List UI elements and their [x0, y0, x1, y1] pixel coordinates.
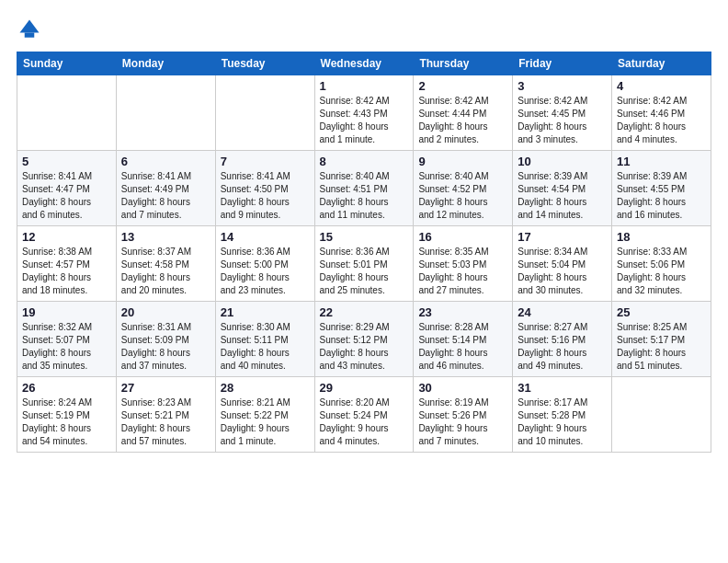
table-row: 11Sunrise: 8:39 AM Sunset: 4:55 PM Dayli…	[612, 151, 711, 226]
day-number: 10	[518, 155, 607, 168]
table-row: 29Sunrise: 8:20 AM Sunset: 5:24 PM Dayli…	[314, 377, 414, 453]
day-info: Sunrise: 8:20 AM Sunset: 5:24 PM Dayligh…	[320, 396, 409, 448]
day-info: Sunrise: 8:29 AM Sunset: 5:12 PM Dayligh…	[320, 321, 409, 373]
calendar-header-row: Sunday Monday Tuesday Wednesday Thursday…	[17, 52, 711, 75]
day-info: Sunrise: 8:41 AM Sunset: 4:47 PM Dayligh…	[22, 170, 111, 222]
col-thursday: Thursday	[414, 52, 513, 75]
day-info: Sunrise: 8:40 AM Sunset: 4:51 PM Dayligh…	[320, 170, 409, 222]
day-number: 20	[121, 305, 210, 319]
day-number: 1	[320, 79, 409, 93]
table-row: 22Sunrise: 8:29 AM Sunset: 5:12 PM Dayli…	[314, 302, 414, 377]
day-number: 18	[617, 230, 706, 244]
day-info: Sunrise: 8:32 AM Sunset: 5:07 PM Dayligh…	[22, 321, 111, 373]
table-row: 16Sunrise: 8:35 AM Sunset: 5:03 PM Dayli…	[414, 226, 513, 302]
table-row: 28Sunrise: 8:21 AM Sunset: 5:22 PM Dayli…	[215, 377, 314, 453]
table-row: 15Sunrise: 8:36 AM Sunset: 5:01 PM Dayli…	[314, 226, 414, 302]
day-info: Sunrise: 8:37 AM Sunset: 4:58 PM Dayligh…	[121, 246, 210, 297]
day-info: Sunrise: 8:42 AM Sunset: 4:44 PM Dayligh…	[418, 95, 507, 146]
table-row: 23Sunrise: 8:28 AM Sunset: 5:14 PM Dayli…	[414, 302, 513, 377]
day-info: Sunrise: 8:41 AM Sunset: 4:50 PM Dayligh…	[221, 170, 310, 222]
day-info: Sunrise: 8:17 AM Sunset: 5:28 PM Dayligh…	[518, 396, 607, 448]
table-row: 14Sunrise: 8:36 AM Sunset: 5:00 PM Dayli…	[215, 226, 314, 302]
table-row	[116, 75, 215, 151]
col-monday: Monday	[116, 52, 215, 75]
table-row: 5Sunrise: 8:41 AM Sunset: 4:47 PM Daylig…	[17, 151, 117, 226]
table-row: 31Sunrise: 8:17 AM Sunset: 5:28 PM Dayli…	[513, 377, 612, 453]
header	[17, 17, 711, 42]
day-number: 23	[418, 305, 507, 319]
day-number: 15	[320, 230, 409, 244]
table-row: 6Sunrise: 8:41 AM Sunset: 4:49 PM Daylig…	[116, 151, 215, 226]
day-info: Sunrise: 8:38 AM Sunset: 4:57 PM Dayligh…	[22, 246, 111, 297]
day-info: Sunrise: 8:36 AM Sunset: 5:00 PM Dayligh…	[221, 246, 310, 297]
day-number: 19	[22, 305, 111, 319]
day-info: Sunrise: 8:39 AM Sunset: 4:54 PM Dayligh…	[518, 170, 607, 222]
day-number: 2	[418, 79, 507, 93]
day-number: 6	[121, 155, 210, 168]
day-number: 24	[518, 305, 607, 319]
table-row: 18Sunrise: 8:33 AM Sunset: 5:06 PM Dayli…	[612, 226, 711, 302]
day-info: Sunrise: 8:34 AM Sunset: 5:04 PM Dayligh…	[518, 246, 607, 297]
table-row	[612, 377, 711, 453]
day-info: Sunrise: 8:21 AM Sunset: 5:22 PM Dayligh…	[221, 396, 310, 448]
day-info: Sunrise: 8:24 AM Sunset: 5:19 PM Dayligh…	[22, 396, 111, 448]
table-row: 8Sunrise: 8:40 AM Sunset: 4:51 PM Daylig…	[314, 151, 414, 226]
day-number: 8	[320, 155, 409, 168]
day-number: 16	[418, 230, 507, 244]
svg-marker-0	[20, 20, 40, 33]
day-number: 14	[221, 230, 310, 244]
day-number: 12	[22, 230, 111, 244]
day-number: 26	[22, 381, 111, 395]
day-info: Sunrise: 8:42 AM Sunset: 4:45 PM Dayligh…	[518, 95, 607, 146]
table-row	[215, 75, 314, 151]
table-row: 27Sunrise: 8:23 AM Sunset: 5:21 PM Dayli…	[116, 377, 215, 453]
table-row: 21Sunrise: 8:30 AM Sunset: 5:11 PM Dayli…	[215, 302, 314, 377]
day-number: 5	[22, 155, 111, 168]
day-info: Sunrise: 8:42 AM Sunset: 4:43 PM Dayligh…	[320, 95, 409, 146]
day-number: 17	[518, 230, 607, 244]
day-info: Sunrise: 8:28 AM Sunset: 5:14 PM Dayligh…	[418, 321, 507, 373]
table-row: 7Sunrise: 8:41 AM Sunset: 4:50 PM Daylig…	[215, 151, 314, 226]
calendar-week-row: 19Sunrise: 8:32 AM Sunset: 5:07 PM Dayli…	[17, 302, 711, 377]
logo-icon	[17, 17, 42, 42]
day-info: Sunrise: 8:35 AM Sunset: 5:03 PM Dayligh…	[418, 246, 507, 297]
day-number: 25	[617, 305, 706, 319]
calendar-week-row: 1Sunrise: 8:42 AM Sunset: 4:43 PM Daylig…	[17, 75, 711, 151]
table-row: 25Sunrise: 8:25 AM Sunset: 5:17 PM Dayli…	[612, 302, 711, 377]
table-row: 1Sunrise: 8:42 AM Sunset: 4:43 PM Daylig…	[314, 75, 414, 151]
table-row: 13Sunrise: 8:37 AM Sunset: 4:58 PM Dayli…	[116, 226, 215, 302]
day-number: 9	[418, 155, 507, 168]
col-tuesday: Tuesday	[215, 52, 314, 75]
day-info: Sunrise: 8:40 AM Sunset: 4:52 PM Dayligh…	[418, 170, 507, 222]
day-number: 22	[320, 305, 409, 319]
table-row: 9Sunrise: 8:40 AM Sunset: 4:52 PM Daylig…	[414, 151, 513, 226]
day-number: 11	[617, 155, 706, 168]
day-info: Sunrise: 8:41 AM Sunset: 4:49 PM Dayligh…	[121, 170, 210, 222]
day-info: Sunrise: 8:19 AM Sunset: 5:26 PM Dayligh…	[418, 396, 507, 448]
col-saturday: Saturday	[612, 52, 711, 75]
table-row: 24Sunrise: 8:27 AM Sunset: 5:16 PM Dayli…	[513, 302, 612, 377]
day-info: Sunrise: 8:27 AM Sunset: 5:16 PM Dayligh…	[518, 321, 607, 373]
day-number: 28	[221, 381, 310, 395]
day-info: Sunrise: 8:30 AM Sunset: 5:11 PM Dayligh…	[221, 321, 310, 373]
calendar-week-row: 26Sunrise: 8:24 AM Sunset: 5:19 PM Dayli…	[17, 377, 711, 453]
day-number: 30	[418, 381, 507, 395]
page: Sunday Monday Tuesday Wednesday Thursday…	[0, 0, 728, 563]
table-row: 12Sunrise: 8:38 AM Sunset: 4:57 PM Dayli…	[17, 226, 117, 302]
day-number: 13	[121, 230, 210, 244]
day-info: Sunrise: 8:39 AM Sunset: 4:55 PM Dayligh…	[617, 170, 706, 222]
logo	[17, 17, 46, 42]
table-row: 19Sunrise: 8:32 AM Sunset: 5:07 PM Dayli…	[17, 302, 117, 377]
day-info: Sunrise: 8:31 AM Sunset: 5:09 PM Dayligh…	[121, 321, 210, 373]
day-number: 31	[518, 381, 607, 395]
day-number: 7	[221, 155, 310, 168]
table-row: 26Sunrise: 8:24 AM Sunset: 5:19 PM Dayli…	[17, 377, 117, 453]
day-info: Sunrise: 8:33 AM Sunset: 5:06 PM Dayligh…	[617, 246, 706, 297]
day-number: 27	[121, 381, 210, 395]
col-wednesday: Wednesday	[314, 52, 414, 75]
table-row: 10Sunrise: 8:39 AM Sunset: 4:54 PM Dayli…	[513, 151, 612, 226]
table-row: 30Sunrise: 8:19 AM Sunset: 5:26 PM Dayli…	[414, 377, 513, 453]
col-sunday: Sunday	[17, 52, 117, 75]
calendar-week-row: 12Sunrise: 8:38 AM Sunset: 4:57 PM Dayli…	[17, 226, 711, 302]
table-row: 3Sunrise: 8:42 AM Sunset: 4:45 PM Daylig…	[513, 75, 612, 151]
